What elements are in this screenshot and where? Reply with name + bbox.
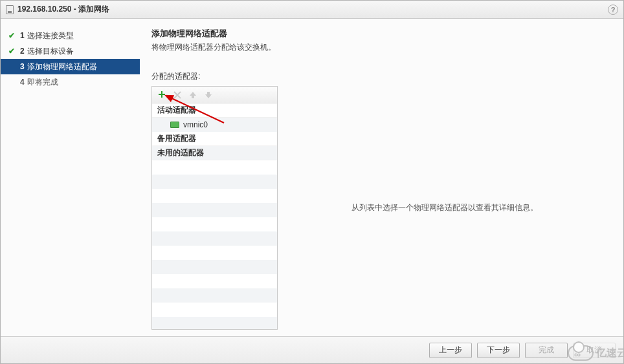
cancel-button[interactable]: 取消 [573, 343, 616, 358]
group-unused-adapters[interactable]: 未用的适配器 [152, 146, 277, 160]
back-button[interactable]: 上一步 [429, 343, 472, 358]
section-label: 分配的适配器: [151, 71, 612, 82]
window-title: 192.168.10.250 - 添加网络 [17, 4, 109, 15]
adapter-area: 活动适配器 vmnic0 备用适配器 未用的适配器 从列表中选择一个物理网络适配… [151, 86, 612, 330]
detail-pane: 从列表中选择一个物理网络适配器以查看其详细信息。 [278, 86, 612, 330]
steps-sidebar: ✔ 1 选择连接类型 ✔ 2 选择目标设备 3 添加物理网络适配器 4 即将完成 [1, 19, 140, 336]
dialog-window: 192.168.10.250 - 添加网络 ? ✔ 1 选择连接类型 ✔ 2 选… [0, 0, 624, 364]
titlebar: 192.168.10.250 - 添加网络 ? [1, 1, 623, 19]
remove-button [170, 89, 184, 102]
adapter-panel: 活动适配器 vmnic0 备用适配器 未用的适配器 [151, 86, 278, 330]
arrow-up-icon [189, 91, 197, 99]
add-icon [157, 91, 166, 100]
footer: 上一步 下一步 完成 取消 [1, 336, 623, 363]
arrow-down-icon [205, 91, 212, 99]
adapter-toolbar [152, 87, 277, 103]
detail-placeholder: 从列表中选择一个物理网络适配器以查看其详细信息。 [351, 202, 538, 213]
step-2[interactable]: ✔ 2 选择目标设备 [1, 43, 140, 59]
step-label: 选择连接类型 [27, 30, 74, 41]
page-subtitle: 将物理网络适配器分配给该交换机。 [151, 42, 612, 53]
adapter-list[interactable]: 活动适配器 vmnic0 备用适配器 未用的适配器 [152, 103, 277, 329]
add-button[interactable] [155, 89, 169, 102]
wizard-body: ✔ 1 选择连接类型 ✔ 2 选择目标设备 3 添加物理网络适配器 4 即将完成 [1, 19, 623, 336]
page-title: 添加物理网络适配器 [151, 28, 612, 39]
step-label: 添加物理网络适配器 [27, 61, 97, 72]
next-button[interactable]: 下一步 [477, 343, 520, 358]
step-number: 1 [20, 31, 25, 40]
move-up-button [186, 89, 200, 102]
group-active-adapters[interactable]: 活动适配器 [152, 103, 277, 118]
finish-button: 完成 [525, 343, 568, 358]
step-3[interactable]: 3 添加物理网络适配器 [1, 59, 140, 74]
content-header: 添加物理网络适配器 将物理网络适配器分配给该交换机。 [151, 28, 612, 53]
adapter-name: vmnic0 [183, 120, 208, 129]
step-label: 即将完成 [27, 77, 58, 88]
group-standby-adapters[interactable]: 备用适配器 [152, 132, 277, 146]
adapter-item[interactable]: vmnic0 [152, 118, 277, 132]
nic-icon [170, 122, 179, 128]
step-number: 3 [20, 62, 25, 71]
step-label: 选择目标设备 [27, 46, 74, 57]
checkmark-icon: ✔ [7, 31, 16, 40]
host-icon [6, 5, 14, 14]
content-pane: 添加物理网络适配器 将物理网络适配器分配给该交换机。 分配的适配器: [140, 19, 623, 336]
remove-icon [173, 91, 181, 99]
step-number: 4 [20, 78, 25, 87]
step-4[interactable]: 4 即将完成 [1, 74, 140, 90]
step-1[interactable]: ✔ 1 选择连接类型 [1, 28, 140, 43]
help-button[interactable]: ? [608, 5, 618, 15]
checkmark-icon: ✔ [7, 47, 16, 56]
move-down-button [201, 89, 216, 102]
step-number: 2 [20, 47, 25, 56]
